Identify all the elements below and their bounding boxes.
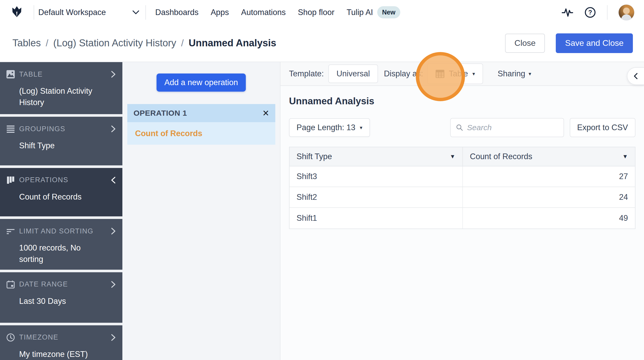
add-operation-button[interactable]: Add a new operation xyxy=(157,74,246,92)
display-toolbar: Template: Universal Display as: Table ▾ … xyxy=(280,62,644,86)
section-value: Count of Records xyxy=(19,191,116,203)
chevron-left-icon[interactable] xyxy=(110,176,116,184)
sharing-dropdown[interactable]: Sharing ▾ xyxy=(498,69,531,78)
chevron-right-icon[interactable] xyxy=(110,334,116,341)
template-universal-button[interactable]: Universal xyxy=(328,64,378,83)
sidebar-section-timezone[interactable]: TIMEZONE My timezone (EST) xyxy=(0,325,122,360)
rows-icon xyxy=(6,124,15,133)
breadcrumb-table-name[interactable]: (Log) Station Activity History xyxy=(53,38,176,49)
activity-pulse-icon[interactable] xyxy=(561,6,573,18)
tulip-analysis-editor: Default Workspace Dashboards Apps Automa… xyxy=(0,0,644,360)
clock-icon xyxy=(6,333,15,342)
nav-item-tulip-ai[interactable]: Tulip AI New xyxy=(346,6,400,18)
image-icon xyxy=(6,70,15,79)
chevron-right-icon[interactable] xyxy=(110,227,116,235)
table-row: Shift2 24 xyxy=(290,187,635,208)
help-icon[interactable]: ? xyxy=(584,6,596,18)
workspace-row: TABLE (Log) Station Activity History GRO… xyxy=(0,62,644,360)
workspace-label: Default Workspace xyxy=(38,8,106,17)
tulip-ai-label: Tulip AI xyxy=(346,8,373,17)
column-header-count[interactable]: Count of Records ▼ xyxy=(463,147,635,166)
table-header-row: Shift Type ▼ Count of Records ▼ xyxy=(290,147,635,166)
section-value: 1000 records, No sorting xyxy=(19,242,116,265)
analysis-main: Template: Universal Display as: Table ▾ … xyxy=(280,62,644,360)
caret-down-icon: ▾ xyxy=(360,124,362,131)
table-grid-icon xyxy=(435,69,445,78)
workspace-selector[interactable]: Default Workspace xyxy=(38,8,140,17)
cell-shift-type: Shift2 xyxy=(290,187,463,207)
sort-triangle-icon: ▼ xyxy=(622,153,628,160)
chevron-right-icon[interactable] xyxy=(110,281,116,288)
sidebar-section-groupings[interactable]: GROUPINGS Shift Type xyxy=(0,117,122,165)
chevron-right-icon[interactable] xyxy=(110,70,116,78)
page-length-dropdown[interactable]: Page Length: 13 ▾ xyxy=(289,118,370,137)
column-label: Shift Type xyxy=(297,152,332,161)
sidebar-section-date-range[interactable]: DATE RANGE Last 30 Days xyxy=(0,272,122,323)
display-as-table-button[interactable]: Table ▾ xyxy=(427,63,483,84)
top-nav: Default Workspace Dashboards Apps Automa… xyxy=(0,0,644,25)
columns-icon xyxy=(6,176,15,185)
nav-item-dashboards[interactable]: Dashboards xyxy=(155,8,198,17)
column-label: Count of Records xyxy=(470,152,532,161)
nav-items: Dashboards Apps Automations Shop floor T… xyxy=(155,6,400,18)
section-value: (Log) Station Activity History xyxy=(19,85,116,108)
sort-triangle-icon: ▼ xyxy=(450,153,455,160)
section-title: GROUPINGS xyxy=(19,125,65,133)
results-table: Shift Type ▼ Count of Records ▼ Shift3 2… xyxy=(289,147,635,229)
collapse-panel-button[interactable] xyxy=(627,67,644,85)
table-row: Shift3 27 xyxy=(290,166,635,187)
analysis-content: Unnamed Analysis Page Length: 13 ▾ Expor… xyxy=(280,86,644,229)
caret-down-icon: ▾ xyxy=(529,71,531,77)
analysis-sidebar: TABLE (Log) Station Activity History GRO… xyxy=(0,62,122,360)
template-label: Template: xyxy=(289,69,324,78)
sidebar-section-table[interactable]: TABLE (Log) Station Activity History xyxy=(0,62,122,114)
nav-divider xyxy=(34,5,34,20)
search-input[interactable] xyxy=(467,123,558,132)
operation-card: OPERATION 1 × Count of Records xyxy=(127,104,275,145)
search-box xyxy=(450,118,564,137)
sort-lines-icon xyxy=(6,227,15,236)
nav-item-automations[interactable]: Automations xyxy=(241,8,286,17)
save-and-close-button[interactable]: Save and Close xyxy=(556,33,633,53)
breadcrumb-separator: / xyxy=(46,38,48,49)
section-title: DATE RANGE xyxy=(19,280,68,288)
cell-shift-type: Shift1 xyxy=(290,208,463,229)
close-button[interactable]: Close xyxy=(505,34,545,53)
chevron-down-icon xyxy=(132,10,140,15)
tulip-logo-icon[interactable] xyxy=(11,6,23,19)
export-csv-button[interactable]: Export to CSV xyxy=(570,118,635,137)
column-header-shift-type[interactable]: Shift Type ▼ xyxy=(290,147,463,166)
page-length-label: Page Length: 13 xyxy=(297,123,356,132)
operation-item-label: Count of Records xyxy=(135,129,202,138)
section-title: TABLE xyxy=(19,70,43,78)
display-value: Table xyxy=(449,69,468,78)
nav-right: ? xyxy=(561,4,634,20)
close-icon[interactable]: × xyxy=(263,108,269,119)
operations-panel: Add a new operation OPERATION 1 × Count … xyxy=(122,62,280,360)
sharing-label: Sharing xyxy=(498,69,525,78)
breadcrumb-tables[interactable]: Tables xyxy=(12,38,41,49)
cell-shift-type: Shift3 xyxy=(290,166,463,187)
breadcrumb-current: Unnamed Analysis xyxy=(189,38,276,49)
nav-item-shop-floor[interactable]: Shop floor xyxy=(298,8,334,17)
avatar[interactable] xyxy=(618,4,634,20)
sidebar-section-limit-sorting[interactable]: LIMIT AND SORTING 1000 records, No sorti… xyxy=(0,219,122,269)
section-title: OPERATIONS xyxy=(19,176,68,184)
operation-header[interactable]: OPERATION 1 × xyxy=(127,104,275,122)
section-value: My timezone (EST) xyxy=(19,349,116,360)
sidebar-section-operations[interactable]: OPERATIONS Count of Records xyxy=(0,168,122,217)
nav-divider xyxy=(607,5,608,20)
chevron-right-icon[interactable] xyxy=(110,125,116,133)
operation-item-count-of-records[interactable]: Count of Records xyxy=(127,122,275,145)
section-value: Shift Type xyxy=(19,140,116,151)
display-as-label: Display as: xyxy=(384,69,423,78)
caret-down-icon: ▾ xyxy=(472,71,475,77)
operation-title: OPERATION 1 xyxy=(134,109,187,117)
nav-item-apps[interactable]: Apps xyxy=(211,8,229,17)
analysis-title: Unnamed Analysis xyxy=(289,96,635,107)
chevron-left-icon xyxy=(633,72,639,80)
section-title: LIMIT AND SORTING xyxy=(19,227,93,235)
calendar-icon xyxy=(6,280,15,289)
cell-count: 27 xyxy=(463,166,635,187)
breadcrumb-separator: / xyxy=(181,38,184,49)
